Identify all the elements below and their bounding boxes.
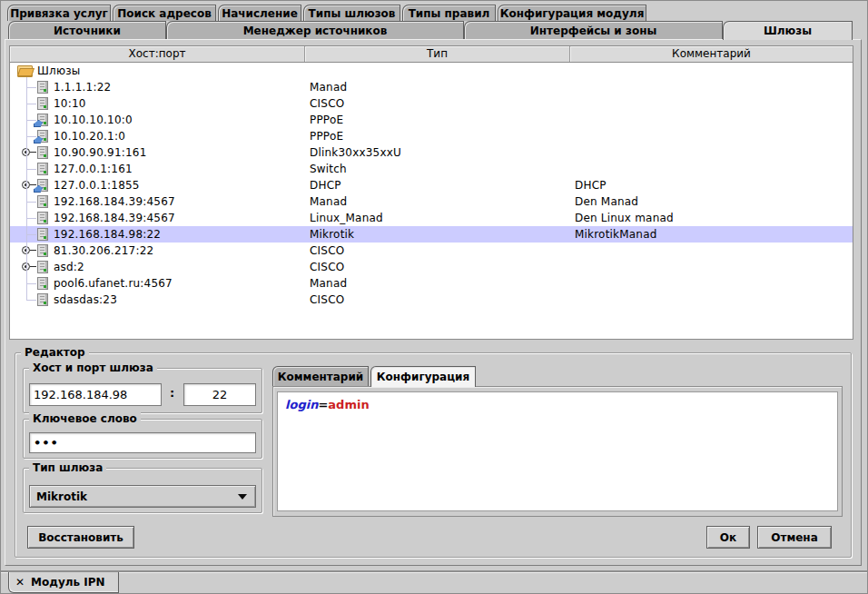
bottom-divider-highlight [1,572,868,573]
port-field[interactable] [183,383,256,406]
tree-line [26,87,36,88]
host-port-cell: 10.90.90.91:161 [10,144,305,161]
host-port-group: Хост и порт шлюза : [23,368,262,413]
password-field[interactable] [29,432,256,453]
table-row[interactable]: 10.90.90.91:161Dlink30xx35xxU [10,144,853,161]
comment-cell: MikrotikManad [570,226,853,243]
tab-module-config[interactable]: Конфигурация модуля [498,5,646,21]
table-row[interactable]: 81.30.206.217:22CISCO [10,243,853,259]
tree-line [26,104,36,104]
tab-gateways[interactable]: Шлюзы [723,21,853,40]
table-row[interactable]: 10:10CISCO [10,95,853,112]
host-port-cell: 192.168.184.39:4567 [10,193,305,210]
comment-cell [570,144,853,161]
network-overlay-icon [34,185,43,193]
host-port-label: 10:10 [54,95,86,112]
server-icon [37,228,48,241]
host-port-cell: 192.168.184.98:22 [10,226,305,243]
comment-cell [570,292,853,308]
keyword-group: Ключевое слово [23,419,262,459]
comment-cell [570,112,853,128]
server-icon [37,293,48,306]
tab-rule-types[interactable]: Типы правил [402,5,496,21]
host-port-label: 127.0.0.1:161 [54,161,133,177]
configuration-editor[interactable]: login=admin [277,391,838,511]
table-row[interactable]: 127.0.0.1:161Switch [10,161,853,177]
combobox-value: Mikrotik [36,490,87,503]
type-cell: Manad [305,275,570,292]
tree-root-row[interactable]: Шлюзы [10,63,853,79]
tab-interfaces-zones[interactable]: Интерфейсы и зоны [464,21,723,39]
column-header-type[interactable]: Тип [305,46,570,62]
gateway-type-combobox[interactable]: Mikrotik [29,485,256,508]
tab-gateway-types[interactable]: Типы шлюзов [303,5,400,21]
table-row[interactable]: pool6.ufanet.ru:4567Manad [10,275,853,292]
config-value: admin [328,398,369,411]
tab-comment[interactable]: Комментарий [272,366,369,386]
app-window: Привязка услуг Поиск адресов Начисление … [0,0,868,594]
comment-cell [570,95,853,112]
tab-configuration[interactable]: Конфигурация [370,366,476,387]
table-row[interactable]: 10.10.20.1:0PPPoE [10,128,853,144]
table-row[interactable]: 1.1.1.1:22Manad [10,79,853,95]
type-cell: PPPoE [305,112,570,128]
type-cell: CISCO [305,292,570,308]
host-port-cell: 10.10.10.10:0 [10,112,305,128]
table-row[interactable]: asd:2CISCO [10,259,853,275]
type-cell: Switch [305,161,570,177]
host-port-label: sdasdas:23 [54,292,117,308]
tab-source-manager[interactable]: Менеджер источников [166,21,464,39]
tab-sources[interactable]: Источники [8,21,166,39]
ok-button[interactable]: Ок [706,526,750,549]
host-port-cell: pool6.ufanet.ru:4567 [10,275,305,292]
type-cell: Manad [305,79,570,95]
host-port-label: pool6.ufanet.ru:4567 [54,275,173,292]
cancel-button[interactable]: Отмена [757,526,832,549]
network-overlay-icon [34,120,43,127]
table-row[interactable]: 10.10.10.10:0PPPoE [10,112,853,128]
gateways-table: Хост:порт Тип Комментарий Шлюзы1.1.1.1:2… [9,45,853,340]
tab-module-ipn[interactable]: ✕ Модуль IPN [8,572,119,593]
comment-cell [570,63,853,79]
host-port-group-title: Хост и порт шлюза [29,361,157,375]
host-field[interactable] [29,383,162,406]
type-cell: DHCP [305,177,570,193]
close-icon[interactable]: ✕ [15,577,25,588]
tab-accrual[interactable]: Начисление [218,5,301,21]
type-cell: Manad [305,193,570,210]
tree-line [26,136,36,137]
server-icon [37,261,48,273]
type-cell [305,63,570,79]
comment-cell: DHCP [570,177,853,193]
type-cell: CISCO [305,259,570,275]
table-header: Хост:порт Тип Комментарий [10,46,853,63]
tree-vertical-line [26,77,27,300]
table-row[interactable]: sdasdas:23CISCO [10,292,853,308]
table-row[interactable]: 192.168.184.39:4567ManadDen Manad [10,193,853,210]
tree-root-label: Шлюзы [37,63,80,79]
host-port-cell: 10:10 [10,95,305,112]
folder-icon [17,65,32,76]
host-port-label: asd:2 [54,259,84,275]
gateways-panel: Хост:порт Тип Комментарий Шлюзы1.1.1.1:2… [5,39,862,566]
table-row[interactable]: 192.168.184.39:4567Linux_ManadDen Linux … [10,210,853,226]
type-cell: PPPoE [305,128,570,144]
tab-address-search[interactable]: Поиск адресов [113,5,216,21]
table-row[interactable]: 127.0.0.1:1855DHCPDHCP [10,177,853,193]
host-port-cell: 127.0.0.1:161 [10,161,305,177]
comment-cell [570,79,853,95]
server-icon [37,277,48,290]
restore-button[interactable]: Восстановить [27,526,134,549]
comment-cell: Den Manad [570,193,853,210]
tab-service-binding[interactable]: Привязка услуг [7,5,111,21]
chevron-down-icon [238,494,247,500]
config-key: login [285,398,318,411]
comment-cell [570,128,853,144]
table-row[interactable]: 192.168.184.98:22MikrotikMikrotikManad [10,226,853,243]
table-body: Шлюзы1.1.1.1:22Manad10:10CISCO10.10.10.1… [10,63,853,339]
host-port-cell: sdasdas:23 [10,292,305,308]
column-header-host-port[interactable]: Хост:порт [10,46,305,62]
column-header-comment[interactable]: Комментарий [570,46,853,62]
server-icon [37,244,48,257]
host-port-label: 10.10.20.1:0 [54,128,125,144]
